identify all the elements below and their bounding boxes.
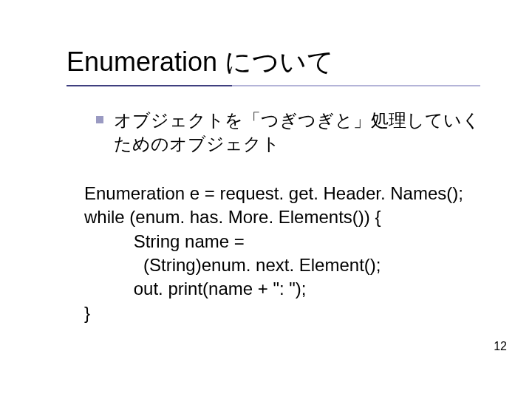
bullet-text: オブジェクトを「つぎつぎと」処理していくためのオブジェクト <box>114 109 480 157</box>
code-line: Enumeration e = request. get. Header. Na… <box>84 182 495 205</box>
code-line: String name = <box>84 230 495 253</box>
bullet-item: オブジェクトを「つぎつぎと」処理していくためのオブジェクト <box>96 109 480 157</box>
code-block: Enumeration e = request. get. Header. Na… <box>84 182 495 325</box>
slide: Enumeration について オブジェクトを「つぎつぎと」処理していくための… <box>0 0 532 399</box>
code-line: (String)enum. next. Element(); <box>84 253 495 277</box>
title-underline <box>66 85 480 86</box>
square-bullet-icon <box>96 116 103 123</box>
code-line: while (enum. has. More. Elements()) { <box>84 205 495 229</box>
code-line: } <box>84 301 495 325</box>
page-number: 12 <box>494 340 507 353</box>
code-line: out. print(name + ": "); <box>84 277 495 301</box>
slide-title: Enumeration について <box>66 44 495 81</box>
